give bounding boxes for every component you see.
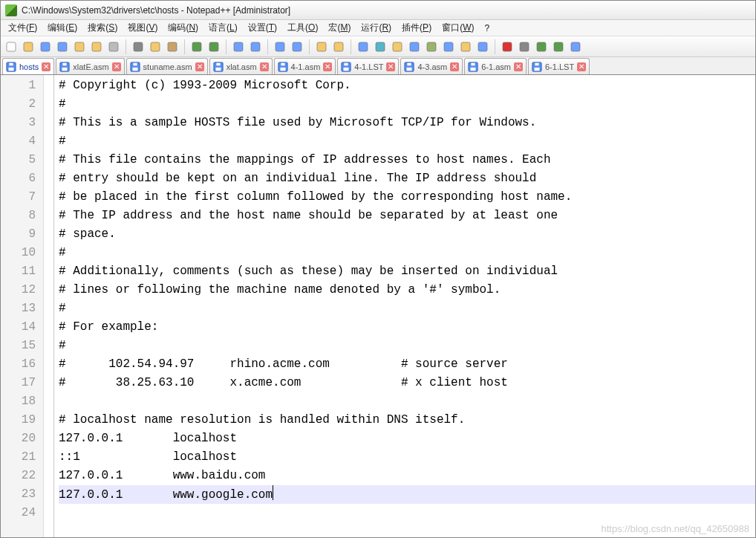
menu-item-t[interactable]: 设置(T) [244,20,281,36]
svg-rect-45 [281,62,284,65]
menu-item-v[interactable]: 视图(V) [123,20,162,36]
menu-item-w[interactable]: 窗口(W) [437,20,478,36]
code-line[interactable]: # [59,299,755,318]
svg-rect-35 [62,67,68,70]
menu-item-help[interactable]: ? [480,22,494,35]
tab-4-1-asm[interactable]: 4-1.asm✕ [274,58,336,74]
svg-rect-53 [471,67,476,70]
line-number: 1 [1,77,36,95]
stop-macro-button[interactable] [517,39,532,54]
svg-rect-39 [133,62,137,65]
tab-4-3-asm[interactable]: 4-3.asm✕ [400,58,463,74]
code-line[interactable]: # 38.25.63.10 x.acme.com # x client host [59,374,755,392]
code-line[interactable]: # Copyright (c) 1993-2009 Microsoft Corp… [59,77,755,95]
tab-stuname-asm[interactable]: stuname.asm✕ [126,58,208,74]
record-macro-button[interactable] [500,39,515,54]
toolbar [1,36,755,57]
tab-xlate-asm[interactable]: xlatE.asm✕ [56,58,124,74]
indent-guide-button[interactable] [390,39,405,54]
close-icon[interactable]: ✕ [42,62,50,71]
menu-item-o[interactable]: 工具(O) [283,20,322,36]
tab-6-1-asm[interactable]: 6-1.asm✕ [464,58,527,74]
line-number: 4 [1,132,36,151]
svg-rect-29 [554,42,563,51]
paste-button[interactable] [165,39,180,54]
sync-v-button[interactable] [314,39,329,54]
save-all-button[interactable] [55,39,70,54]
show-all-button[interactable] [373,39,388,54]
code-line[interactable]: # [59,244,755,262]
code-line[interactable]: # The IP address and the host name shoul… [59,207,755,225]
new-file-button[interactable] [4,39,19,54]
close-icon[interactable]: ✕ [195,62,204,71]
code-line[interactable]: 127.0.0.1 localhost [59,430,755,448]
code-line[interactable]: # lines or following the machine name de… [59,281,755,299]
code-line[interactable]: # This is a sample HOSTS file used by Mi… [59,114,755,132]
svg-rect-17 [334,42,343,51]
code-line[interactable]: 127.0.0.1 www.google.com [59,485,755,504]
close-icon[interactable]: ✕ [260,62,269,71]
close-icon[interactable]: ✕ [450,62,459,71]
zoom-in-button[interactable] [273,39,287,54]
code-line[interactable]: # space. [59,225,755,244]
word-wrap-button[interactable] [356,39,371,54]
cut-button[interactable] [131,39,146,54]
code-line[interactable]: # localhost name resolution is handled w… [59,411,755,430]
close-all-button[interactable] [89,39,104,54]
line-number: 2 [1,95,36,114]
code-line[interactable]: # For example: [59,318,755,337]
find-button[interactable] [231,39,246,54]
folder-button[interactable] [458,39,473,54]
line-number: 7 [1,188,36,207]
play-macro-button[interactable] [534,39,549,54]
code-area[interactable]: # Copyright (c) 1993-2009 Microsoft Corp… [54,75,755,537]
menu-item-s[interactable]: 搜索(S) [83,20,122,36]
close-button[interactable] [72,39,87,54]
print-button[interactable] [106,39,121,54]
close-icon[interactable]: ✕ [323,62,332,71]
code-line[interactable]: ::1 localhost [59,448,755,467]
fast-macro-button[interactable] [551,39,566,54]
close-icon[interactable]: ✕ [112,62,121,71]
lang-button[interactable] [407,39,422,54]
redo-button[interactable] [206,39,221,54]
menu-item-p[interactable]: 插件(P) [397,20,436,36]
replace-button[interactable] [248,39,263,54]
code-line[interactable] [59,504,755,522]
code-line[interactable]: 127.0.0.1 www.baidu.com [59,467,755,485]
code-line[interactable]: # entry should be kept on an individual … [59,169,755,188]
copy-button[interactable] [148,39,163,54]
menu-item-l[interactable]: 语言(L) [204,20,242,36]
close-icon[interactable]: ✕ [386,62,395,71]
svg-rect-48 [345,62,348,65]
close-icon[interactable]: ✕ [577,62,586,71]
menu-item-f[interactable]: 文件(F) [4,20,42,36]
menu-item-m[interactable]: 宏(M) [324,20,355,36]
save-macro-button[interactable] [568,39,583,54]
code-line[interactable]: # [59,132,755,151]
doc-map-button[interactable] [424,39,439,54]
tab-xlat-asm[interactable]: xlat.asm✕ [209,58,273,74]
code-line[interactable]: # [59,337,755,355]
open-file-button[interactable] [21,39,36,54]
undo-button[interactable] [189,39,204,54]
tab-label: xlat.asm [227,62,257,71]
tab-6-1-lst[interactable]: 6-1.LST✕ [528,58,590,74]
menu-item-n[interactable]: 编码(N) [163,20,203,36]
monitor-button[interactable] [475,39,490,54]
code-line[interactable]: # This file contains the mappings of IP … [59,151,755,169]
code-line[interactable]: # [59,95,755,114]
code-line[interactable]: # 102.54.94.97 rhino.acme.com # source s… [59,355,755,374]
code-line[interactable]: # be placed in the first column followed… [59,188,755,207]
menu-item-e[interactable]: 编辑(E) [43,20,82,36]
zoom-out-button[interactable] [290,39,304,54]
code-line[interactable] [59,392,755,411]
sync-h-button[interactable] [331,39,346,54]
tab-hosts[interactable]: hosts✕ [2,58,54,75]
close-icon[interactable]: ✕ [514,62,523,71]
tab-4-1-lst[interactable]: 4-1.LST✕ [337,58,399,74]
save-button[interactable] [38,39,53,54]
menu-item-r[interactable]: 运行(R) [356,20,396,36]
func-list-button[interactable] [441,39,456,54]
code-line[interactable]: # Additionally, comments (such as these)… [59,262,755,281]
